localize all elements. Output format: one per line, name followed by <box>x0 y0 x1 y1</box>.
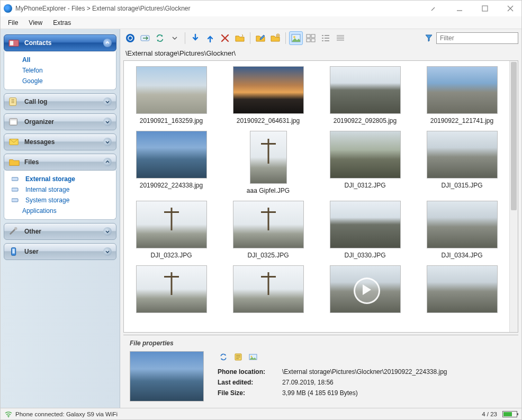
thumbnail <box>250 131 287 184</box>
thumbnail <box>427 66 498 114</box>
sidebar-messages[interactable]: Messages <box>4 133 116 150</box>
view-large-icons[interactable] <box>289 31 303 45</box>
folder-icon <box>8 157 20 167</box>
add-folder-button[interactable] <box>268 31 282 45</box>
preview-thumb <box>130 351 209 401</box>
file-name: DJI_0330.JPG <box>344 252 385 259</box>
view-list[interactable] <box>319 31 332 45</box>
files-item-internal[interactable]: Internal storage <box>10 184 111 195</box>
thumbnail <box>330 265 401 313</box>
delete-button[interactable] <box>218 31 232 45</box>
thumbnail <box>330 66 401 114</box>
contacts-item-all[interactable]: All <box>10 55 111 65</box>
close-button[interactable] <box>502 3 518 14</box>
file-name: DJI_0325.JPG <box>247 252 289 259</box>
dropdown-button[interactable] <box>168 31 182 45</box>
menu-file[interactable]: File <box>4 17 22 28</box>
file-item[interactable]: 20190921_163259.jpg <box>134 66 209 124</box>
scrollbar[interactable] <box>509 61 518 332</box>
files-item-external[interactable]: External storage <box>10 174 111 184</box>
window-title: MyPhoneExplorer - Files > External stora… <box>15 5 426 12</box>
calllog-icon <box>8 97 20 106</box>
prop-location-label: Phone location: <box>218 368 276 376</box>
collapse-icon <box>103 39 112 47</box>
filter-input[interactable] <box>436 32 518 44</box>
file-item[interactable] <box>134 265 209 313</box>
open-folder-button[interactable] <box>254 31 267 45</box>
file-item[interactable]: 20190922_092805.jpg <box>328 66 402 124</box>
expand-icon <box>103 97 112 106</box>
files-item-applications[interactable]: Applications <box>10 205 111 216</box>
file-item[interactable]: DJI_0315.JPG <box>425 131 499 194</box>
sidebar-user[interactable]: User <box>4 243 116 260</box>
sidebar-organizer[interactable]: Organizer <box>4 113 116 130</box>
app-icon <box>4 4 12 13</box>
thumbnail <box>330 201 401 248</box>
upload-button[interactable] <box>203 31 217 45</box>
minimize-button[interactable] <box>426 3 442 14</box>
maximize-button[interactable] <box>477 3 493 14</box>
thumbnail <box>136 131 207 178</box>
prop-size-value: 3,99 MB (4 185 619 Bytes) <box>282 389 358 397</box>
thumbnail <box>427 265 498 313</box>
file-item[interactable]: aaa Gipfel.JPG <box>231 131 305 194</box>
file-item[interactable] <box>425 265 499 313</box>
path-breadcrumb: \External storage\Pictures\Glockner\ <box>120 47 521 59</box>
svg-rect-23 <box>311 34 315 38</box>
menu-extras[interactable]: Extras <box>49 17 75 28</box>
properties-title: File properties <box>130 339 512 347</box>
file-item[interactable] <box>328 265 402 313</box>
contacts-item-google[interactable]: Google <box>10 76 111 86</box>
sync2-button[interactable] <box>153 31 167 45</box>
file-name: 20190921_163259.jpg <box>140 117 203 124</box>
download-button[interactable] <box>188 31 202 45</box>
refresh-button[interactable] <box>123 31 137 45</box>
prop-edit-button[interactable] <box>247 351 259 363</box>
content-area: \External storage\Pictures\Glockner\ 201… <box>120 29 521 408</box>
disk-icon <box>12 198 19 203</box>
prop-refresh-button[interactable] <box>218 351 229 363</box>
file-name: DJI_0334.JPG <box>441 252 482 259</box>
file-name: 20190922_121741.jpg <box>430 117 493 124</box>
menu-view[interactable]: View <box>24 17 47 28</box>
view-small-icons[interactable] <box>304 31 318 45</box>
sync-button[interactable] <box>138 31 152 45</box>
sidebar-contacts[interactable]: Contacts <box>4 34 116 51</box>
contacts-item-telefon[interactable]: Telefon <box>10 65 111 76</box>
thumbnail <box>330 131 401 178</box>
sidebar-files[interactable]: Files <box>4 154 116 171</box>
files-item-system[interactable]: System storage <box>10 195 111 205</box>
properties-panel: File properties Phone location:\External… <box>123 335 518 407</box>
thumbnail <box>233 66 304 114</box>
view-details[interactable] <box>334 31 347 45</box>
scrollbar-thumb[interactable] <box>511 62 517 210</box>
thumbnail <box>136 66 207 114</box>
prop-edited-value: 27.09.2019, 18:56 <box>282 379 334 386</box>
sidebar-other-label: Other <box>24 228 41 235</box>
sidebar-other[interactable]: Other <box>4 223 116 240</box>
separator <box>285 32 286 44</box>
disk-icon <box>12 187 19 192</box>
expand-icon <box>103 118 112 126</box>
hide-button[interactable] <box>452 3 467 14</box>
separator <box>250 32 250 44</box>
file-item[interactable]: DJI_0312.JPG <box>328 131 402 194</box>
file-item[interactable] <box>231 265 305 313</box>
sidebar-user-label: User <box>24 248 39 255</box>
collapse-icon <box>103 158 112 166</box>
svg-rect-12 <box>12 188 18 191</box>
expand-icon <box>103 247 112 256</box>
file-item[interactable]: DJI_0325.JPG <box>231 201 305 259</box>
prop-open-button[interactable] <box>232 351 244 363</box>
thumbnail <box>136 201 207 248</box>
file-item[interactable]: DJI_0330.JPG <box>328 201 402 259</box>
file-item[interactable]: 20190922_064631.jpg <box>231 66 305 124</box>
sidebar-calllog[interactable]: Call log <box>4 93 116 110</box>
file-item[interactable]: DJI_0323.JPG <box>134 201 209 259</box>
file-item[interactable]: DJI_0334.JPG <box>425 201 499 259</box>
prop-location-value: \External storage\Pictures\Glockner\2019… <box>282 368 447 376</box>
new-folder-button[interactable] <box>233 31 247 45</box>
toolbar <box>120 29 521 47</box>
file-item[interactable]: 20190922_224338.jpg <box>134 131 209 194</box>
file-item[interactable]: 20190922_121741.jpg <box>425 66 499 124</box>
